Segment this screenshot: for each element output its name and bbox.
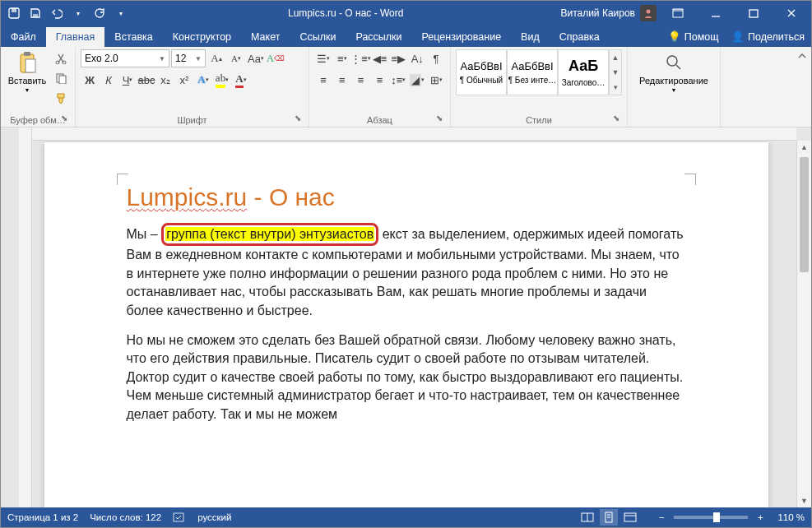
window-title: Lumpics.ru - О нас - Word [131, 7, 560, 19]
superscript-button[interactable]: x² [175, 71, 193, 89]
change-case-icon[interactable]: Aa▾ [247, 49, 265, 67]
tab-design[interactable]: Конструктор [163, 27, 241, 47]
paragraph-dialog-icon[interactable]: ⬊ [434, 113, 445, 125]
document-page[interactable]: Lumpics.ru - О нас Мы – группа (текст вн… [44, 142, 768, 507]
collapse-ribbon-icon[interactable] [793, 47, 811, 127]
ribbon-tabs: Файл Главная Вставка Конструктор Макет С… [1, 25, 811, 47]
close-icon[interactable] [775, 1, 808, 25]
subscript-button[interactable]: x₂ [156, 71, 174, 89]
style-normal[interactable]: АаБбВвІ¶ Обычный [456, 49, 507, 95]
style-heading1[interactable]: АаБЗаголово… [558, 49, 609, 95]
redo-icon[interactable]: ▾ [68, 3, 88, 23]
show-marks-icon[interactable]: ¶ [427, 49, 445, 67]
zoom-in-icon[interactable]: + [751, 509, 769, 526]
status-language[interactable]: русский [197, 512, 231, 522]
editing-button[interactable]: Редактирование ▼ [633, 49, 715, 93]
justify-icon[interactable]: ≡ [371, 71, 389, 89]
maximize-icon[interactable] [737, 1, 770, 25]
style-nospacing[interactable]: АаБбВвІ¶ Без инте… [507, 49, 558, 95]
save-icon[interactable] [26, 3, 45, 23]
font-color-icon[interactable]: A▾ [232, 71, 250, 89]
status-proofing-icon[interactable] [173, 512, 186, 523]
styles-up-icon[interactable]: ▲ [610, 50, 621, 65]
shading-icon[interactable]: ◢▾ [408, 71, 426, 89]
document-paragraph-2[interactable]: Но мы не сможем это сделать без Вашей об… [127, 331, 686, 424]
tab-view[interactable]: Вид [511, 27, 550, 47]
scroll-down-icon[interactable]: ▼ [797, 494, 811, 507]
status-words[interactable]: Число слов: 122 [90, 512, 161, 522]
tab-layout[interactable]: Макет [241, 27, 290, 47]
zoom-thumb[interactable] [713, 512, 720, 522]
align-center-icon[interactable]: ≡ [333, 71, 351, 89]
style-name-2: Заголово… [562, 78, 606, 87]
user-avatar-icon[interactable] [640, 5, 657, 21]
styles-label: Стили [526, 115, 552, 125]
horizontal-ruler[interactable] [32, 127, 796, 141]
share-label: Поделиться [748, 31, 805, 43]
zoom-level[interactable]: 110 % [777, 512, 805, 522]
styles-more-icon[interactable]: ▾ [610, 80, 621, 95]
tab-mailings[interactable]: Рассылки [346, 27, 411, 47]
tab-file[interactable]: Файл [1, 27, 46, 47]
tab-review[interactable]: Рецензирование [412, 27, 512, 47]
document-heading[interactable]: Lumpics.ru - О нас [127, 183, 686, 211]
align-left-icon[interactable]: ≡ [314, 71, 332, 89]
web-layout-icon[interactable] [621, 509, 639, 526]
minimize-icon[interactable] [699, 1, 732, 25]
highlight-icon[interactable]: ab▾ [213, 71, 231, 89]
read-mode-icon[interactable] [578, 509, 596, 526]
vertical-scrollbar[interactable]: ▲ ▼ [796, 141, 811, 507]
autosave-icon[interactable] [4, 3, 24, 23]
bold-button[interactable]: Ж [81, 71, 99, 89]
qat-more-icon[interactable]: ▾ [111, 3, 131, 23]
indent-dec-icon[interactable]: ◀≡ [371, 49, 389, 67]
font-name-combo[interactable]: Exo 2.0▼ [81, 49, 169, 67]
clear-format-icon[interactable]: A⌫ [267, 49, 285, 67]
numbering-icon[interactable]: ≡▾ [333, 49, 351, 67]
paste-button[interactable]: Вставить ▼ [6, 49, 49, 93]
svg-point-15 [667, 56, 677, 66]
align-right-icon[interactable]: ≡ [352, 71, 370, 89]
user-name[interactable]: Виталий Каиров [560, 7, 635, 19]
share-button[interactable]: 👤 Поделиться [725, 26, 811, 47]
statusbar: Страница 1 из 2 Число слов: 122 русский … [1, 507, 811, 527]
clipboard-dialog-icon[interactable]: ⬊ [58, 113, 70, 125]
multilevel-icon[interactable]: ⋮≡▾ [352, 49, 370, 67]
indent-inc-icon[interactable]: ≡▶ [389, 49, 407, 67]
borders-icon[interactable]: ⊞▾ [427, 71, 445, 89]
font-dialog-icon[interactable]: ⬊ [292, 113, 304, 125]
styles-down-icon[interactable]: ▼ [610, 65, 621, 80]
zoom-out-icon[interactable]: − [652, 509, 670, 526]
tellme-icon[interactable]: 💡 Помощ [661, 26, 725, 47]
zoom-slider[interactable] [674, 516, 748, 519]
sort-icon[interactable]: A↓ [408, 49, 426, 67]
tab-help[interactable]: Справка [550, 27, 610, 47]
underline-button[interactable]: Ч▾ [118, 71, 137, 89]
font-size-combo[interactable]: 12▼ [171, 49, 206, 67]
strike-button[interactable]: abc [137, 71, 155, 89]
tab-home[interactable]: Главная [46, 27, 105, 47]
scroll-thumb[interactable] [800, 157, 809, 272]
shrink-font-icon[interactable]: A▾ [227, 49, 245, 67]
ribbon-display-icon[interactable] [661, 1, 694, 25]
ribbon: Вставить ▼ Буфер обм…⬊ Exo 2.0▼ 12▼ A▴ A… [1, 47, 811, 127]
undo-icon[interactable] [47, 3, 67, 23]
cut-icon[interactable] [52, 49, 70, 67]
grow-font-icon[interactable]: A▴ [207, 49, 225, 67]
text-effects-icon[interactable]: A▾ [194, 71, 212, 89]
print-layout-icon[interactable] [600, 509, 618, 526]
styles-dialog-icon[interactable]: ⬊ [610, 113, 622, 125]
status-page[interactable]: Страница 1 из 2 [7, 512, 78, 522]
copy-icon[interactable] [52, 69, 70, 87]
format-painter-icon[interactable] [52, 89, 70, 107]
refresh-icon[interactable] [90, 3, 109, 23]
tab-insert[interactable]: Вставка [104, 27, 162, 47]
vertical-ruler[interactable] [19, 127, 32, 507]
line-spacing-icon[interactable]: ↕≡▾ [389, 71, 407, 89]
bullets-icon[interactable]: ☰▾ [314, 49, 332, 67]
scroll-up-icon[interactable]: ▲ [797, 141, 811, 154]
document-area: ▲ ▼ Lumpics.ru - О нас Мы – группа (текс… [1, 127, 811, 507]
tab-references[interactable]: Ссылки [290, 27, 346, 47]
italic-button[interactable]: К [100, 71, 118, 89]
document-paragraph-1[interactable]: Мы – группа (текст внутри) энтузиастов е… [127, 223, 686, 320]
